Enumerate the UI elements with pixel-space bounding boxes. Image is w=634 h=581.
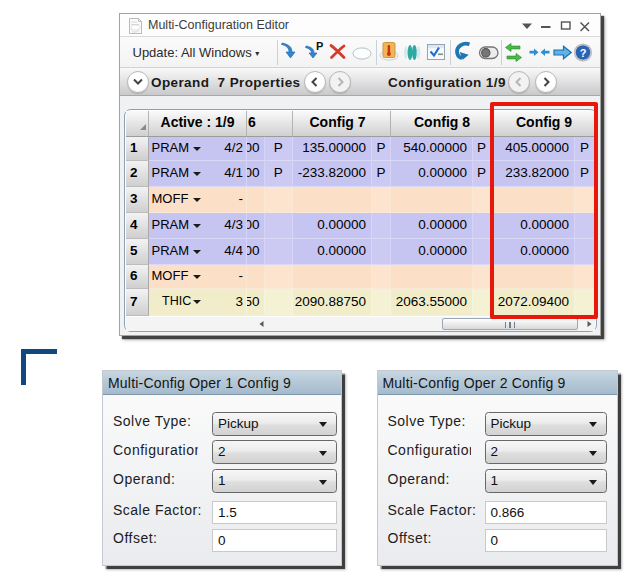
svg-text:P: P	[316, 40, 323, 52]
svg-text:?: ?	[580, 47, 587, 59]
